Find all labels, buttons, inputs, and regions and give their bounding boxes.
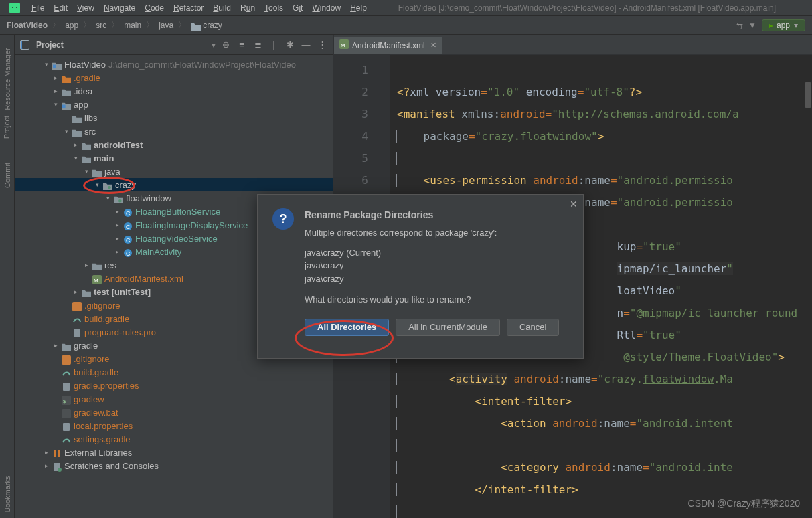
breadcrumb-item[interactable]: app [65, 21, 78, 30]
settings-icon[interactable]: ✱ [284, 39, 296, 50]
tree-item[interactable]: ▾src [15, 124, 333, 138]
breadcrumbs[interactable]: FloatVideo〉 app〉 src〉 main〉 java〉 crazy [7, 19, 222, 31]
tree-item-label: .gradle [74, 73, 100, 83]
module-icon [52, 60, 62, 69]
project-panel-title[interactable]: Project [36, 40, 208, 50]
tree-item-label: res [104, 260, 116, 270]
tree-item[interactable]: ▾FloatVideo J:\demo_commit\FloatWindowPr… [15, 58, 333, 71]
tool-commit[interactable]: Commit [3, 163, 11, 188]
tree-item[interactable]: settings.gradle [15, 432, 333, 446]
scratch-icon [52, 461, 62, 470]
dialog-path: java\crazy [305, 259, 497, 272]
folder-icon [92, 167, 102, 176]
breadcrumb-item[interactable]: FloatVideo [7, 21, 48, 30]
error-stripe-marker[interactable] [805, 82, 811, 108]
tree-item-label: .idea [74, 86, 92, 96]
menu-help[interactable]: Help [345, 3, 372, 13]
dialog-path: java\crazy [305, 272, 497, 286]
tree-item-label: MainActivity [135, 247, 181, 257]
folder-icon [82, 140, 91, 149]
lib-icon [52, 448, 62, 457]
dialog-message: Multiple directories correspond to packa… [305, 226, 497, 240]
tree-item[interactable]: build.gradle [15, 365, 333, 379]
folder-icon [62, 341, 71, 350]
tree-item[interactable]: gradlew.bat [15, 406, 333, 419]
tree-item[interactable]: libs [15, 111, 333, 124]
select-opened-file-icon[interactable]: ⊕ [220, 39, 232, 50]
more-icon[interactable]: ⋮ [316, 39, 328, 50]
tree-item[interactable]: ▾java [15, 165, 333, 178]
menu-refactor[interactable]: Refactor [169, 3, 208, 13]
main-menu-bar: File Edit View Navigate Code Refactor Bu… [0, 0, 812, 16]
menu-build[interactable]: Build [208, 3, 236, 13]
tab-androidmanifest[interactable]: M AndroidManifest.xml ✕ [334, 36, 442, 54]
dialog-prompt: What directories would you like to renam… [305, 293, 497, 307]
dialog-title: Rename Package Directories [305, 208, 497, 222]
tree-item-label: gradlew.bat [74, 408, 118, 418]
close-icon[interactable]: ✕ [570, 199, 578, 209]
tree-item-label: proguard-rules.pro [84, 327, 156, 337]
menu-run[interactable]: Run [236, 3, 260, 13]
module-icon [62, 100, 71, 109]
svg-point-6 [118, 199, 122, 203]
file-icon [62, 381, 71, 390]
breadcrumb-item[interactable]: crazy [203, 21, 222, 30]
tree-item-label: crazy [115, 180, 136, 190]
menu-tools[interactable]: Tools [260, 3, 288, 13]
menu-edit[interactable]: Edit [49, 3, 72, 13]
tree-item-label: libs [84, 113, 98, 123]
menu-file[interactable]: File [27, 3, 49, 13]
run-configuration-selector[interactable]: app ▾ [762, 19, 805, 31]
sh-icon: $ [62, 394, 71, 404]
menu-git[interactable]: Git [288, 3, 307, 13]
dialog-path: java\crazy (Current) [305, 246, 497, 260]
bat-icon [62, 408, 71, 417]
tree-item[interactable]: ▸.gradle [15, 71, 333, 84]
tree-item-label: floatwindow [126, 193, 171, 203]
collapse-all-icon[interactable]: ≣ [252, 39, 264, 50]
tool-project[interactable]: Project [3, 116, 11, 139]
hide-icon[interactable]: — [300, 39, 312, 50]
svg-text:C: C [126, 250, 131, 257]
menu-view[interactable]: View [72, 3, 99, 13]
breadcrumb-item[interactable]: src [96, 21, 106, 30]
tree-item-label: Scratches and Consoles [64, 461, 159, 471]
all-in-module-button[interactable]: All in Current Module [396, 319, 500, 336]
menu-window[interactable]: Window [307, 3, 345, 13]
git-icon [62, 354, 71, 363]
tree-item[interactable]: ▸Scratches and Consoles [15, 459, 333, 472]
svg-text:C: C [126, 210, 131, 217]
class-icon: C [123, 247, 133, 256]
tool-resource-manager[interactable]: Resource Manager [3, 48, 11, 110]
tree-item-label: build.gradle [74, 367, 118, 377]
tree-item[interactable]: $gradlew [15, 392, 333, 406]
sync-icon[interactable]: ⇆ [736, 21, 743, 30]
tree-item-label: gradle.properties [74, 381, 139, 391]
svg-point-1 [12, 7, 13, 8]
tree-item-label: gradlew [74, 394, 104, 404]
tree-item[interactable]: ▾app [15, 98, 333, 111]
menu-code[interactable]: Code [140, 3, 169, 13]
tree-item-label: .gitignore [84, 300, 120, 311]
editor-tabs: M AndroidManifest.xml ✕ [334, 35, 812, 55]
svg-rect-20 [63, 383, 70, 391]
close-icon[interactable]: ✕ [430, 41, 436, 50]
tree-item[interactable]: ▸.idea [15, 84, 333, 98]
tree-item[interactable]: local.properties [15, 419, 333, 432]
menu-navigate[interactable]: Navigate [99, 3, 140, 13]
tool-bookmarks[interactable]: Bookmarks [3, 475, 11, 512]
all-directories-button[interactable]: All Directories [305, 319, 389, 336]
cancel-button[interactable]: Cancel [507, 319, 559, 336]
tree-item[interactable]: ▸androidTest [15, 138, 333, 151]
left-tool-stripe: Resource Manager Project Commit Bookmark… [0, 35, 15, 518]
run-toolbar: ⇆ ▼ app ▾ [736, 19, 805, 31]
tree-item[interactable]: gradle.properties [15, 379, 333, 392]
dropdown-icon[interactable]: ▼ [748, 21, 756, 30]
tree-item[interactable]: ▾main [15, 151, 333, 165]
breadcrumb-item[interactable]: main [124, 21, 141, 30]
expand-all-icon[interactable]: ≡ [236, 39, 248, 50]
breadcrumb-item[interactable]: java [159, 21, 173, 30]
tree-item[interactable]: ▸External Libraries [15, 446, 333, 459]
tree-item-label: FloatVideo [64, 60, 106, 70]
tree-item[interactable]: ▾crazy [15, 178, 333, 191]
